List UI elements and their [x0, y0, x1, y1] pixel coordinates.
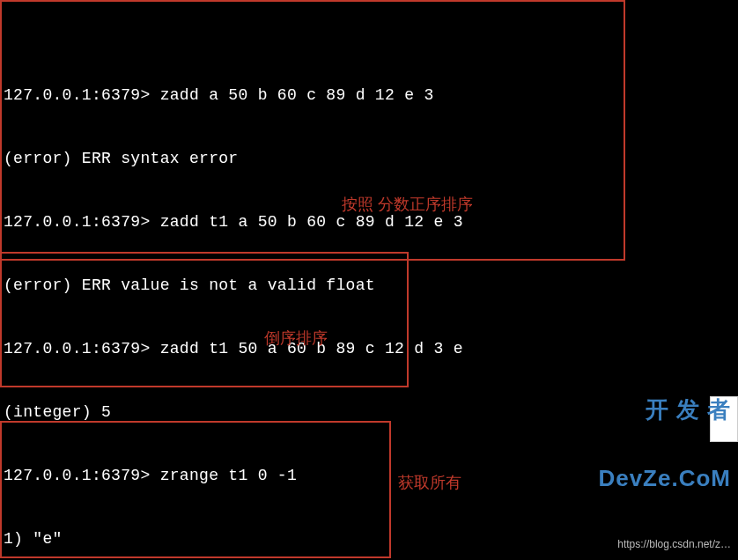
- term-line: (error) ERR syntax error: [0, 148, 738, 169]
- annotation-box-2: [0, 252, 409, 387]
- footer-url: https://blog.csdn.net/z…: [617, 534, 731, 555]
- watermark-line1: 开 发 者: [598, 398, 731, 421]
- term-line: (error) ERR value is not a valid float: [0, 275, 738, 296]
- terminal[interactable]: 127.0.0.1:6379> zadd a 50 b 60 c 89 d 12…: [0, 0, 738, 560]
- watermark-logo: 开 发 者 DevZe.CoM: [598, 352, 731, 535]
- term-line: 127.0.0.1:6379> zadd t1 a 50 b 60 c 89 d…: [0, 211, 738, 232]
- watermark-line2: DevZe.CoM: [598, 467, 731, 490]
- term-line: 127.0.0.1:6379> zadd a 50 b 60 c 89 d 12…: [0, 85, 738, 106]
